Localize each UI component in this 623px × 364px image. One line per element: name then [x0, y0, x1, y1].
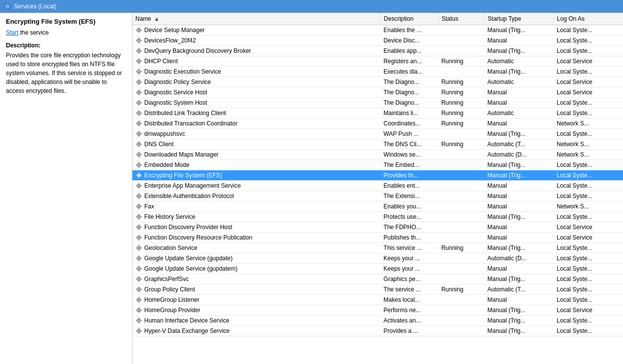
service-name-cell: HomeGroup Listener — [132, 295, 380, 305]
table-row[interactable]: Downloaded Maps ManagerWindows se...Auto… — [132, 150, 623, 160]
service-status-cell — [438, 274, 484, 284]
table-row[interactable]: Hyper-V Data Exchange ServiceProvides a … — [132, 326, 623, 336]
col-header-status[interactable]: Status — [438, 13, 484, 25]
service-name-text: Geolocation Service — [144, 244, 197, 251]
table-row[interactable]: File History ServiceProtects use...Manua… — [132, 212, 623, 222]
service-status-cell — [438, 181, 484, 191]
svg-point-38 — [138, 154, 140, 156]
table-row[interactable]: DevicesFlow_20f42Device Disc...ManualLoc… — [132, 36, 623, 46]
col-header-description[interactable]: Description — [380, 13, 438, 25]
service-startup-cell: Manual (Trig... — [485, 274, 554, 284]
service-name-cell: dmwappushsvc — [132, 129, 380, 139]
service-status-cell: Running — [438, 98, 484, 108]
table-row[interactable]: Group Policy ClientThe service ...Runnin… — [132, 284, 623, 295]
service-startup-cell: Manual (Trig... — [485, 243, 554, 253]
start-service-link[interactable]: Start — [6, 29, 18, 36]
service-startup-cell: Manual (Trig... — [485, 170, 554, 181]
table-row[interactable]: Distributed Link Tracking ClientMaintain… — [132, 108, 623, 119]
right-panel: Name ▲ Description Status Startup Type L… — [132, 13, 623, 364]
service-startup-cell: Manual — [485, 181, 554, 191]
service-name-text: File History Service — [144, 213, 195, 220]
start-service-line: Start the service — [6, 29, 126, 36]
table-row[interactable]: Enterprise App Management ServiceEnables… — [132, 181, 623, 191]
table-row[interactable]: FaxEnables you...ManualNetwork S... — [132, 202, 623, 212]
service-description-cell: Keeps your ... — [380, 253, 438, 264]
service-status-cell: Running — [438, 108, 484, 119]
table-row[interactable]: Google Update Service (gupdatem)Keeps yo… — [132, 264, 623, 274]
table-row[interactable]: Geolocation ServiceThis service ...Runni… — [132, 243, 623, 253]
table-row[interactable]: Diagnostic Service HostThe Diagno...Runn… — [132, 87, 623, 98]
service-name-text: Encrypting File System (EFS) — [144, 172, 222, 179]
service-logon-cell: Local Service — [554, 56, 623, 67]
svg-point-44 — [138, 174, 140, 176]
service-gear-icon — [135, 286, 142, 293]
col-header-name[interactable]: Name ▲ — [132, 13, 380, 25]
table-row[interactable]: HomeGroup ListenerMakes local...ManualLo… — [132, 295, 623, 305]
service-name-text: Group Policy Client — [144, 286, 195, 293]
table-row[interactable]: Diagnostic Policy ServiceThe Diagno...Ru… — [132, 77, 623, 87]
service-gear-icon — [135, 89, 142, 96]
service-name-cell: Function Discovery Resource Publication — [132, 233, 380, 243]
description-label: Description: — [6, 42, 126, 49]
service-logon-cell: Local Service — [554, 222, 623, 233]
table-row[interactable]: dmwappushsvcWAP Push ...Manual (Trig...L… — [132, 129, 623, 139]
table-row[interactable]: Encrypting File System (EFS)Provides th.… — [132, 170, 623, 181]
table-row[interactable]: Diagnostic Execution ServiceExecutes dia… — [132, 67, 623, 77]
table-header-row: Name ▲ Description Status Startup Type L… — [132, 13, 623, 25]
svg-point-65 — [138, 247, 140, 249]
main-area: Encrypting File System (EFS) Start the s… — [0, 13, 623, 364]
service-startup-cell: Manual (Trig... — [485, 67, 554, 77]
service-name-cell: Fax — [132, 202, 380, 212]
svg-point-17 — [138, 81, 140, 83]
service-name-cell: Google Update Service (gupdatem) — [132, 264, 380, 274]
service-startup-cell: Manual (Trig... — [485, 326, 554, 336]
service-gear-icon — [135, 141, 142, 148]
service-logon-cell: Local Syste... — [554, 191, 623, 202]
services-table-container[interactable]: Name ▲ Description Status Startup Type L… — [132, 13, 623, 364]
service-logon-cell: Local Syste... — [554, 98, 623, 108]
service-description-cell: Provides th... — [380, 170, 438, 181]
table-row[interactable]: Extensible Authentication ProtocolThe Ex… — [132, 191, 623, 202]
col-header-logon[interactable]: Log On As — [554, 13, 623, 25]
service-logon-cell: Local Syste... — [554, 274, 623, 284]
table-row[interactable]: Function Discovery Provider HostThe FDPH… — [132, 222, 623, 233]
service-name-text: dmwappushsvc — [144, 130, 185, 137]
service-name-cell: Diagnostic Service Host — [132, 87, 380, 98]
service-name-cell: GraphicsPerfSvc — [132, 274, 380, 284]
table-row[interactable]: GraphicsPerfSvcGraphics pe...Manual (Tri… — [132, 274, 623, 284]
service-gear-icon — [135, 172, 142, 179]
service-gear-icon — [135, 193, 142, 200]
sort-arrow-name: ▲ — [154, 15, 160, 22]
service-name-cell: Device Setup Manager — [132, 25, 380, 36]
service-gear-icon — [135, 203, 142, 210]
col-header-startup[interactable]: Startup Type — [485, 13, 554, 25]
table-row[interactable]: DHCP ClientRegisters an...RunningAutomat… — [132, 56, 623, 67]
service-gear-icon — [135, 327, 142, 334]
table-row[interactable]: Function Discovery Resource PublicationP… — [132, 233, 623, 243]
service-startup-cell: Manual — [485, 233, 554, 243]
service-startup-cell: Manual (Trig... — [485, 46, 554, 56]
service-name-cell: HomeGroup Provider — [132, 305, 380, 316]
service-description-cell: The DNS Cli... — [380, 139, 438, 150]
service-startup-cell: Manual — [485, 222, 554, 233]
service-status-cell — [438, 326, 484, 336]
service-logon-cell: Local Syste... — [554, 129, 623, 139]
table-row[interactable]: Human Interface Device ServiceActivates … — [132, 316, 623, 326]
service-status-cell: Running — [438, 139, 484, 150]
service-name-text: Function Discovery Provider Host — [144, 224, 232, 231]
table-row[interactable]: DNS ClientThe DNS Cli...RunningAutomatic… — [132, 139, 623, 150]
service-gear-icon — [135, 162, 142, 168]
service-name-text: Device Setup Manager — [144, 27, 205, 34]
service-name-cell: Diagnostic Execution Service — [132, 67, 380, 77]
service-status-cell — [438, 36, 484, 46]
table-row[interactable]: Distributed Transaction CoordinatorCoord… — [132, 119, 623, 129]
table-row[interactable]: Diagnostic System HostThe Diagno...Runni… — [132, 98, 623, 108]
service-name-text: Hyper-V Data Exchange Service — [144, 327, 230, 334]
table-row[interactable]: HomeGroup ProviderPerforms ne...Manual (… — [132, 305, 623, 316]
table-row[interactable]: Google Update Service (gupdate)Keeps you… — [132, 253, 623, 264]
table-row[interactable]: Device Setup ManagerEnables the ...Manua… — [132, 25, 623, 36]
table-row[interactable]: Embedded ModeThe Embed...Manual (Trig...… — [132, 160, 623, 170]
service-startup-cell: Automatic (D... — [485, 150, 554, 160]
service-name-cell: Encrypting File System (EFS) — [132, 170, 380, 181]
table-row[interactable]: DevQuery Background Discovery BrokerEnab… — [132, 46, 623, 56]
